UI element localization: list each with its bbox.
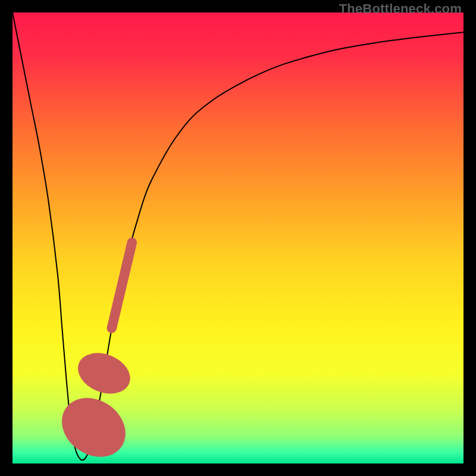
plot-area — [12, 12, 464, 464]
bottleneck-curve — [12, 12, 464, 460]
curve-layer — [12, 12, 464, 464]
chart-stage: TheBottleneck.com — [0, 0, 476, 476]
watermark-text: TheBottleneck.com — [339, 1, 462, 17]
highlight-dot-lower — [51, 386, 137, 464]
highlight-segment — [112, 243, 132, 328]
highlight-markers — [51, 243, 137, 464]
highlight-dot-upper — [72, 346, 136, 401]
